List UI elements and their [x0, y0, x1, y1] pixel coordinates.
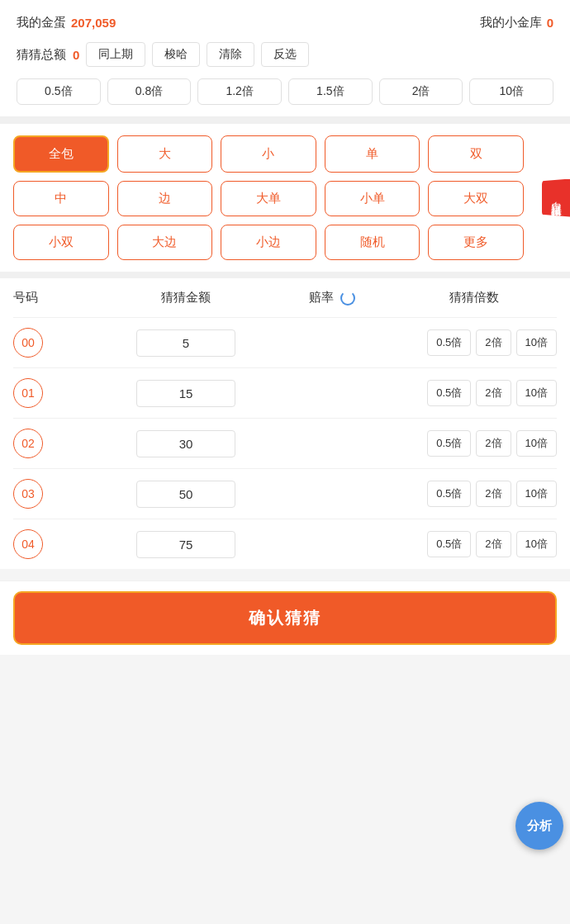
refresh-icon[interactable]: [340, 291, 355, 306]
bet-grid: 全包 大 小 单 双 中 边 大单 小单 大双 小双 大边 小边 随机 更多: [13, 135, 557, 260]
row-amount-01: [63, 380, 309, 407]
bet-btn-xiao[interactable]: 小: [221, 135, 316, 173]
th-hao: 号码: [13, 290, 63, 306]
multiplier-row: 0.5倍 0.8倍 1.2倍 1.5倍 2倍 10倍: [17, 78, 553, 105]
row-mult-btn-00-2[interactable]: 10倍: [516, 329, 557, 356]
reverse-button[interactable]: 反选: [261, 42, 309, 67]
row-num-03: 03: [13, 479, 63, 509]
bet-btn-quanbao[interactable]: 全包: [13, 135, 109, 173]
row-mult-btn-00-0[interactable]: 0.5倍: [427, 329, 471, 356]
confirm-section: 确认猜猜: [0, 580, 570, 655]
mult-btn-1[interactable]: 0.8倍: [107, 78, 192, 105]
mult-btn-5[interactable]: 10倍: [469, 78, 553, 105]
confirm-button[interactable]: 确认猜猜: [13, 591, 557, 645]
row-mult-btn-03-2[interactable]: 10倍: [516, 481, 557, 507]
row-mult-btn-01-0[interactable]: 0.5倍: [427, 380, 471, 406]
row-num-04: 04: [13, 529, 63, 559]
clear-button[interactable]: 清除: [207, 42, 254, 67]
row-mult-btn-03-1[interactable]: 2倍: [476, 481, 511, 507]
section-divider-1: [0, 117, 570, 124]
num-circle-04: 04: [13, 529, 43, 559]
bet-btn-suiji[interactable]: 随机: [325, 225, 420, 260]
row-mult-btn-01-1[interactable]: 2倍: [476, 380, 511, 406]
amount-input-04[interactable]: [136, 531, 235, 558]
jinku-label: 我的小金库: [480, 15, 542, 31]
bet-btn-dashuang[interactable]: 大双: [428, 181, 524, 216]
bet-btn-dadan[interactable]: 大单: [221, 181, 316, 216]
analyze-fab[interactable]: 分析: [515, 802, 563, 850]
bet-btn-xiaoshuang[interactable]: 小双: [13, 225, 109, 260]
bet-btn-xiaobian[interactable]: 小边: [221, 225, 316, 260]
row-mult-02: 0.5倍 2倍 10倍: [392, 430, 557, 457]
row-mult-01: 0.5倍 2倍 10倍: [392, 380, 557, 406]
amount-input-00[interactable]: [136, 329, 235, 357]
row-mult-04: 0.5倍 2倍 10倍: [392, 531, 557, 557]
jinden-label: 我的金蛋: [17, 15, 66, 31]
row-num-00: 00: [13, 328, 63, 358]
bet-btn-dan[interactable]: 单: [325, 135, 420, 173]
row-mult-btn-00-1[interactable]: 2倍: [476, 329, 511, 356]
side-tab[interactable]: 自定义猜猜模式: [542, 179, 570, 217]
row-mult-btn-03-0[interactable]: 0.5倍: [427, 481, 471, 507]
row-mult-btn-04-1[interactable]: 2倍: [476, 531, 511, 557]
row-mult-btn-02-2[interactable]: 10倍: [516, 430, 557, 457]
row-amount-02: [63, 430, 309, 457]
row-mult-btn-02-1[interactable]: 2倍: [476, 430, 511, 457]
bet-btn-da[interactable]: 大: [117, 135, 213, 173]
bet-btn-bian[interactable]: 边: [117, 181, 213, 216]
mult-btn-4[interactable]: 2倍: [379, 78, 463, 105]
amount-input-01[interactable]: [136, 380, 235, 407]
guess-total-label: 猜猜总额: [17, 47, 66, 63]
table-row: 02 0.5倍 2倍 10倍: [13, 418, 557, 468]
row-mult-03: 0.5倍 2倍 10倍: [392, 481, 557, 507]
table-row: 00 0.5倍 2倍 10倍: [13, 317, 557, 367]
bet-btn-xiaodan[interactable]: 小单: [325, 181, 420, 216]
num-circle-02: 02: [13, 429, 43, 458]
num-circle-03: 03: [13, 479, 43, 509]
top-section: 我的金蛋 207,059 我的小金库 0 猜猜总额 0 同上期 梭哈 清除 反选…: [0, 0, 570, 117]
row-amount-03: [63, 481, 309, 508]
table-header: 号码 猜猜金额 赔率 猜猜倍数: [13, 290, 557, 306]
suoha-button[interactable]: 梭哈: [152, 42, 200, 67]
th-mult: 猜猜倍数: [392, 290, 557, 306]
amount-input-03[interactable]: [136, 481, 235, 508]
mult-btn-0[interactable]: 0.5倍: [17, 78, 101, 105]
row-mult-00: 0.5倍 2倍 10倍: [392, 329, 557, 356]
row-num-02: 02: [13, 429, 63, 458]
bet-btn-zhong[interactable]: 中: [13, 181, 109, 216]
th-rate: 赔率: [309, 290, 392, 306]
table-row: 04 0.5倍 2倍 10倍: [13, 519, 557, 569]
bet-btn-shuang[interactable]: 双: [428, 135, 524, 173]
info-row: 我的金蛋 207,059 我的小金库 0: [17, 15, 553, 31]
table-row: 01 0.5倍 2倍 10倍: [13, 367, 557, 418]
row-mult-btn-01-2[interactable]: 10倍: [516, 380, 557, 406]
row-num-01: 01: [13, 378, 63, 408]
row-mult-btn-04-0[interactable]: 0.5倍: [427, 531, 471, 557]
same-period-button[interactable]: 同上期: [86, 42, 145, 67]
row-mult-btn-02-0[interactable]: 0.5倍: [427, 430, 471, 457]
jinden-value: 207,059: [71, 16, 116, 30]
bet-btn-gengduo[interactable]: 更多: [428, 225, 524, 260]
jinku-value: 0: [547, 16, 553, 30]
controls-row: 猜猜总额 0 同上期 梭哈 清除 反选: [17, 42, 553, 67]
th-amount: 猜猜金额: [63, 290, 309, 306]
betting-section: 全包 大 小 单 双 中 边 大单 小单 大双 小双 大边 小边 随机 更多 自…: [0, 124, 570, 272]
row-mult-btn-04-2[interactable]: 10倍: [516, 531, 557, 557]
mult-btn-3[interactable]: 1.5倍: [288, 78, 373, 105]
table-section: 号码 猜猜金额 赔率 猜猜倍数 00 0.5倍 2倍 10倍 01: [0, 278, 570, 569]
guess-total-value: 0: [73, 48, 79, 62]
table-row: 03 0.5倍 2倍 10倍: [13, 468, 557, 519]
num-circle-00: 00: [13, 328, 43, 358]
num-circle-01: 01: [13, 378, 43, 408]
row-amount-04: [63, 531, 309, 558]
mult-btn-2[interactable]: 1.2倍: [197, 78, 282, 105]
row-amount-00: [63, 329, 309, 357]
bet-btn-dabian[interactable]: 大边: [117, 225, 213, 260]
section-divider-2: [0, 272, 570, 278]
amount-input-02[interactable]: [136, 430, 235, 457]
